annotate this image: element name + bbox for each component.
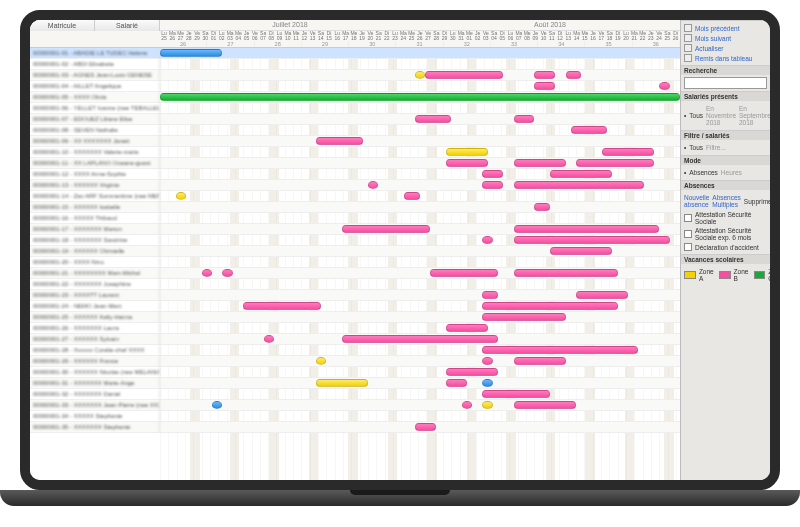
absence-bar[interactable] (514, 401, 576, 409)
table-row[interactable]: 00000001-16 - XXXXX Thibaud (30, 213, 680, 224)
absence-bar[interactable] (446, 379, 467, 387)
absence-bar[interactable] (514, 236, 670, 244)
table-row[interactable]: 00000001-06 - YELLET Ivanne (nee TEBALLE… (30, 103, 680, 114)
row-track[interactable] (160, 48, 680, 58)
table-row[interactable]: 00000001-35 - XXXXXXX Stephanie (30, 422, 680, 433)
row-track[interactable] (160, 268, 680, 278)
col-matricule[interactable]: Matricule (30, 20, 95, 31)
row-track[interactable] (160, 235, 680, 245)
mode-option[interactable]: • Absences (684, 168, 718, 177)
absence-bar[interactable] (482, 390, 550, 398)
row-track[interactable] (160, 180, 680, 190)
absence-bar[interactable] (415, 423, 436, 431)
absence-bar[interactable] (566, 71, 582, 79)
table-row[interactable]: 00000001-15 - XXXXXX Isabelle (30, 202, 680, 213)
row-track[interactable] (160, 389, 680, 399)
abs-action[interactable]: Supprimer (744, 197, 774, 206)
row-track[interactable] (160, 92, 680, 102)
absence-bar[interactable] (576, 291, 628, 299)
nav-link[interactable]: Remis dans tableau (684, 53, 767, 63)
nav-link[interactable]: Actualiser (684, 43, 767, 53)
table-row[interactable]: 00000001-01 - ABADIE LE TUDEC Helene (30, 48, 680, 59)
absence-bar[interactable] (514, 159, 566, 167)
absence-bar[interactable] (534, 203, 550, 211)
row-track[interactable] (160, 422, 680, 432)
absence-bar[interactable] (404, 192, 420, 200)
table-row[interactable]: 00000001-27 - XXXXXX Sylvain (30, 334, 680, 345)
row-track[interactable] (160, 191, 680, 201)
row-track[interactable] (160, 81, 680, 91)
table-row[interactable]: 00000001-04 - AILLET Angelique (30, 81, 680, 92)
absence-bar[interactable] (482, 291, 498, 299)
table-row[interactable]: 00000001-20 - XXXX Nino (30, 257, 680, 268)
row-track[interactable] (160, 312, 680, 322)
abs-action[interactable]: Absences Multiples (712, 193, 741, 209)
absence-bar[interactable] (425, 71, 503, 79)
row-track[interactable] (160, 169, 680, 179)
row-track[interactable] (160, 367, 680, 377)
row-track[interactable] (160, 356, 680, 366)
absence-bar[interactable] (243, 302, 321, 310)
absence-bar[interactable] (446, 159, 488, 167)
absence-bar[interactable] (482, 346, 638, 354)
attest1[interactable]: Attestation Sécurité Sociale (684, 210, 767, 226)
table-row[interactable]: 00000001-12 - XXXX Anne-Sophie (30, 169, 680, 180)
row-track[interactable] (160, 378, 680, 388)
absence-bar[interactable] (202, 269, 212, 277)
schedule-grid[interactable]: 00000001-01 - ABADIE LE TUDEC Helene0000… (30, 48, 680, 480)
table-row[interactable]: 00000001-17 - XXXXXXX Marion (30, 224, 680, 235)
table-row[interactable]: 00000001-13 - XXXXXX Virginie (30, 180, 680, 191)
absence-bar[interactable] (550, 170, 612, 178)
absence-bar[interactable] (316, 379, 368, 387)
table-row[interactable]: 00000001-28 - Xxxxxx Coralie-chef XXXX (30, 345, 680, 356)
absence-bar[interactable] (514, 115, 535, 123)
row-track[interactable] (160, 224, 680, 234)
row-track[interactable] (160, 400, 680, 410)
table-row[interactable]: 00000001-23 - XXXXTT Laurent (30, 290, 680, 301)
row-track[interactable] (160, 213, 680, 223)
table-row[interactable]: 00000001-25 - XXXXXX Kelly-Hanna (30, 312, 680, 323)
table-row[interactable]: 00000001-07 - EDOUEZ Liliane Elise (30, 114, 680, 125)
absence-bar[interactable] (514, 225, 660, 233)
salaries-option[interactable]: En Septembre 2018 (739, 104, 771, 127)
absence-bar[interactable] (342, 225, 430, 233)
row-track[interactable] (160, 136, 680, 146)
table-row[interactable]: 00000001-22 - XXXXXXX Josephine (30, 279, 680, 290)
absence-bar[interactable] (482, 236, 492, 244)
absence-bar[interactable] (316, 357, 326, 365)
absence-bar[interactable] (430, 269, 498, 277)
row-track[interactable] (160, 246, 680, 256)
col-salarie[interactable]: Salarié (95, 20, 160, 31)
absence-bar[interactable] (482, 379, 492, 387)
table-row[interactable]: 00000001-09 - XX XXXXXXX Janett (30, 136, 680, 147)
row-track[interactable] (160, 257, 680, 267)
search-input[interactable] (684, 77, 767, 89)
salaries-option[interactable]: • Tous (684, 111, 703, 120)
table-row[interactable]: 00000001-24 - NEMO Jean-Marc (30, 301, 680, 312)
abs-action[interactable]: Nouvelle absence (684, 193, 709, 209)
absence-bar[interactable] (482, 170, 503, 178)
row-track[interactable] (160, 158, 680, 168)
absence-bar[interactable] (446, 324, 488, 332)
checkbox-icon[interactable] (684, 230, 692, 238)
absence-bar[interactable] (534, 71, 555, 79)
absence-bar[interactable] (514, 269, 618, 277)
attest2[interactable]: Attestation SécuritéSociale exp. 6 mois (684, 226, 767, 242)
absence-bar[interactable] (415, 71, 425, 79)
absence-bar[interactable] (222, 269, 232, 277)
filtre-option[interactable]: • Tous (684, 143, 703, 152)
table-row[interactable]: 00000001-31 - XXXXXXX Marie-Ange (30, 378, 680, 389)
checkbox-icon[interactable] (684, 214, 692, 222)
table-row[interactable]: 00000001-02 - ABDI Elisabete (30, 59, 680, 70)
absence-bar[interactable] (602, 148, 654, 156)
row-track[interactable] (160, 59, 680, 69)
table-row[interactable]: 00000001-29 - XXXXXX France (30, 356, 680, 367)
row-track[interactable] (160, 323, 680, 333)
absence-bar[interactable] (462, 401, 472, 409)
table-row[interactable]: 00000001-30 - XXXXXX Nicolas (nee MELANI… (30, 367, 680, 378)
declaration[interactable]: Déclaration d'accident (684, 242, 767, 252)
row-track[interactable] (160, 279, 680, 289)
table-row[interactable]: 00000001-11 - XX LAPLANO Oceane-guest (30, 158, 680, 169)
absence-bar[interactable] (514, 181, 644, 189)
nav-link[interactable]: Mois précédent (684, 23, 767, 33)
